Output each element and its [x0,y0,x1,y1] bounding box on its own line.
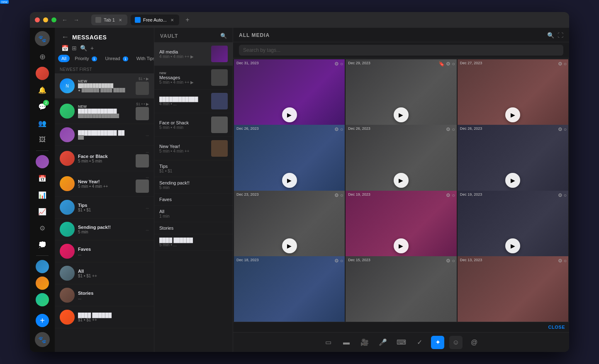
search-input[interactable] [239,45,563,56]
sidebar-settings-icon[interactable]: ⚙ [35,221,50,235]
media-item-12[interactable]: Dec 13, 2023 ⚙ ○ [458,256,568,322]
sidebar-avatar-6[interactable] [35,292,50,307]
message-item[interactable]: Face or Black 5 min • 5 min ... [55,146,154,171]
filter-tab-tips[interactable]: With Tips [133,55,154,62]
close-window-button[interactable] [35,17,40,22]
message-item[interactable]: Faves ... [55,240,154,262]
message-item[interactable]: ████ ██████ $1 • $1 ++ [55,306,154,328]
vault-item[interactable]: ████ ██████ 5 min • ... [154,234,233,251]
back-nav-button[interactable]: ← [60,15,70,25]
message-item[interactable]: NEW ████████████ ██████████████ $1 • • ▶ [55,99,154,124]
message-item[interactable]: Sending pack!! 5 min ... [55,218,154,240]
search-toolbar-icon[interactable]: 🔍 [80,45,87,51]
circle-icon-6[interactable]: ○ [564,126,567,132]
toolbar-mention-icon[interactable]: @ [468,336,481,349]
sidebar-avatar-4[interactable] [35,259,50,274]
circle-icon-11[interactable]: ○ [452,258,455,264]
play-button-8[interactable]: ▶ [394,238,409,253]
forward-nav-button[interactable]: → [71,15,81,25]
tab-close-1[interactable]: ✕ [117,17,123,23]
minimize-window-button[interactable] [43,17,48,22]
settings-icon-8[interactable]: ⚙ [446,192,450,198]
vault-item[interactable]: Sending pack!! 5 min [154,177,233,194]
circle-icon-12[interactable]: ○ [564,258,567,264]
media-search-icon[interactable]: 🔍 [547,32,554,39]
circle-icon-4[interactable]: ○ [340,126,343,132]
message-item[interactable]: ████████████ ██ ██ ... [55,124,154,146]
message-item[interactable]: Tips $1 • $1 ... [55,197,154,218]
toolbar-image-icon[interactable]: ▭ [321,336,335,349]
vault-search-icon[interactable]: 🔍 [220,33,227,39]
filter-tab-all[interactable]: All [58,55,70,62]
settings-icon-5[interactable]: ⚙ [446,126,450,132]
vault-item[interactable]: Faves [154,194,233,206]
sidebar-calendar-icon[interactable]: 📅 [35,171,50,186]
bookmark-icon-2[interactable]: 🔖 [438,61,445,67]
toolbar-check-icon[interactable]: ✓ [413,336,426,349]
message-item[interactable]: New Year! 5 min • 4 min ++ ... [55,171,154,197]
play-button-9[interactable]: ▶ [505,238,520,253]
vault-item-messages[interactable]: new Messages 5 min • 4 min ++ ▶ [154,66,233,90]
circle-icon-3[interactable]: ○ [564,61,567,67]
circle-icon-9[interactable]: ○ [564,192,567,198]
sidebar-avatar-5[interactable] [35,276,50,291]
close-button[interactable]: CLOSE [548,325,565,330]
settings-icon-1[interactable]: ⚙ [334,61,339,67]
play-button-6[interactable]: ▶ [505,173,520,188]
play-button-7[interactable]: ▶ [282,238,297,253]
circle-icon-7[interactable]: ○ [340,192,343,198]
circle-icon-2[interactable]: ○ [452,61,455,67]
vault-item[interactable]: Face or Shack 5 min • 4 min [154,113,233,137]
vault-item[interactable]: Tips $1 • $1 [154,160,233,177]
message-item[interactable]: Stories ... [55,284,154,306]
play-button-4[interactable]: ▶ [282,173,297,188]
message-item[interactable]: All $1 • $1 ++ [55,262,154,284]
media-item-10[interactable]: Dec 18, 2023 ⚙ ○ [234,256,345,322]
browser-tab-2[interactable]: Free Auto... ✕ [131,15,179,25]
sidebar-avatar-2[interactable] [35,66,50,81]
media-item-11[interactable]: Dec 15, 2023 ⚙ ○ [346,256,456,322]
maximize-window-button[interactable] [51,17,56,22]
settings-icon-9[interactable]: ⚙ [558,192,562,198]
new-tab-button[interactable]: + [183,15,192,25]
sidebar-chart-icon[interactable]: 📊 [35,187,50,202]
tab-close-2[interactable]: ✕ [169,17,175,23]
add-toolbar-icon[interactable]: + [90,45,94,51]
settings-icon-2[interactable]: ⚙ [446,61,450,67]
sidebar-trends-icon[interactable]: 📈 [35,204,50,219]
sidebar-group-icon[interactable]: 👥 [35,116,50,131]
filter-tab-priority[interactable]: Priority 1 [71,55,100,62]
vault-item[interactable]: ████████████ 4 min • ... [154,90,233,113]
vault-item[interactable]: New Year! 5 min • 4 min ++ [154,137,233,160]
messages-back-button[interactable]: ← [61,33,69,41]
toolbar-star-icon[interactable]: ✦ [431,336,444,349]
settings-icon-10[interactable]: ⚙ [334,258,339,264]
bottom-avatar[interactable]: 🐾 [35,332,50,347]
circle-icon-10[interactable]: ○ [340,258,343,264]
user-avatar[interactable]: 🐾 [35,31,50,46]
filter-tab-unread[interactable]: Unread 1 [102,55,131,62]
sidebar-help-icon[interactable]: 💭 [35,237,50,252]
play-button-3[interactable]: ▶ [505,107,520,122]
browser-tab-1[interactable]: Tab 1 ✕ [91,15,127,25]
settings-icon-11[interactable]: ⚙ [446,258,450,264]
list-toolbar-icon[interactable]: ⊞ [72,45,77,51]
circle-icon-8[interactable]: ○ [452,192,455,198]
circle-icon-5[interactable]: ○ [452,126,455,132]
vault-item[interactable]: Stories [154,222,233,234]
sidebar-avatar-3[interactable] [35,154,50,169]
sidebar-messages-icon[interactable]: 💬 2 [35,99,50,114]
toolbar-text-icon[interactable]: ⌨ [394,336,408,349]
toolbar-audio-icon[interactable]: 🎤 [376,336,390,349]
toolbar-smiley-icon[interactable]: ☺ [449,336,463,349]
toolbar-camera-icon[interactable]: 🎥 [358,336,371,349]
settings-icon-6[interactable]: ⚙ [558,126,562,132]
play-button-1[interactable]: ▶ [282,107,297,122]
vault-item[interactable]: All 1 min [154,206,233,222]
vault-item-all-media[interactable]: All media 4 min • 4 min ++ ▶ [154,42,233,66]
calendar-toolbar-icon[interactable]: 📅 [61,45,68,51]
message-item[interactable]: N new NEW ████████████ ● ██████ ████ ███… [55,73,154,99]
settings-icon-7[interactable]: ⚙ [334,192,339,198]
settings-icon-4[interactable]: ⚙ [334,126,339,132]
add-button[interactable]: + [36,314,49,327]
